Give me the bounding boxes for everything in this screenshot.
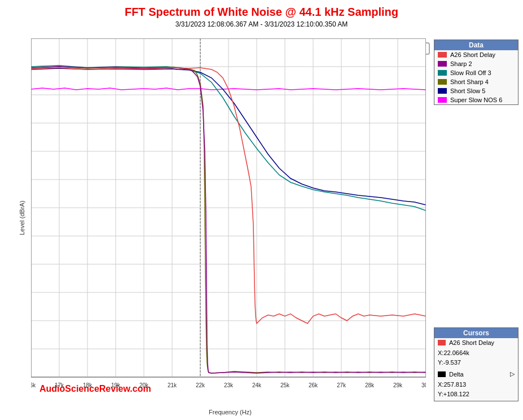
legend-label-5: Short Slow 5 — [450, 88, 485, 94]
cursors-box: Cursors A26 Short Delay X:22.0664k Y:-9.… — [434, 327, 518, 401]
cursor-delta-label: Delta — [449, 371, 464, 378]
legend-item-3: Slow Roll Off 3 — [434, 68, 518, 77]
svg-text:19k: 19k — [111, 382, 121, 388]
legend-color-6 — [438, 97, 447, 103]
legend-title: Data — [434, 40, 518, 50]
x-axis-label: Frequency (Hz) — [209, 409, 252, 415]
chart-container: FFT Spectrum of White Noise @ 44.1 kHz S… — [0, 0, 523, 420]
cursor-delta-color — [438, 371, 446, 377]
svg-text:20k: 20k — [139, 382, 149, 388]
chart-svg: +10 0 -10 -20 -30 -40 -50 -60 -70 -80 -9… — [31, 38, 426, 400]
svg-text:18k: 18k — [83, 382, 93, 388]
legend-item-4: Short Sharp 4 — [434, 77, 518, 86]
cursor-primary-y: Y:-9.537 — [438, 358, 515, 368]
svg-text:26k: 26k — [309, 382, 318, 388]
legend-item-5: Short Slow 5 — [434, 86, 518, 95]
legend-box: Data A26 Short Delay Sharp 2 Slow Roll O… — [434, 40, 518, 105]
svg-text:22k: 22k — [196, 382, 205, 388]
svg-text:17k: 17k — [55, 382, 64, 388]
legend-item-1: A26 Short Delay — [434, 50, 518, 59]
legend-item-6: Super Slow NOS 6 — [434, 95, 518, 104]
delta-triangle-icon: ▷ — [510, 370, 515, 378]
legend-label-6: Super Slow NOS 6 — [450, 97, 502, 103]
legend-label-1: A26 Short Delay — [450, 51, 495, 58]
svg-text:25k: 25k — [280, 382, 290, 388]
cursors-title: Cursors — [434, 328, 518, 338]
cursor-primary-data: X:22.0664k Y:-9.537 — [434, 347, 518, 369]
legend-label-2: Sharp 2 — [450, 60, 472, 67]
svg-text:16k: 16k — [31, 382, 36, 388]
cursor-primary-label: A26 Short Delay — [449, 339, 494, 346]
cursor-delta-data: X:257.813 Y:+108.122 — [434, 379, 518, 401]
svg-text:30k: 30k — [421, 382, 426, 388]
cursor-primary-item: A26 Short Delay — [434, 338, 518, 347]
legend-color-4 — [438, 79, 447, 85]
svg-text:21k: 21k — [168, 382, 177, 388]
chart-subtitle: 3/31/2023 12:08:06.367 AM - 3/31/2023 12… — [0, 20, 523, 28]
svg-text:27k: 27k — [337, 382, 346, 388]
cursor-delta-y: Y:+108.122 — [438, 390, 515, 399]
cursor-primary-x: X:22.0664k — [438, 348, 515, 358]
legend-color-3 — [438, 70, 447, 76]
cursor-delta-x: X:257.813 — [438, 380, 515, 390]
svg-text:23k: 23k — [224, 382, 234, 388]
svg-text:29k: 29k — [393, 382, 403, 388]
chart-title: FFT Spectrum of White Noise @ 44.1 kHz S… — [0, 0, 523, 19]
legend-label-3: Slow Roll Off 3 — [450, 69, 491, 76]
legend-item-2: Sharp 2 — [434, 59, 518, 68]
legend-color-2 — [438, 61, 447, 67]
legend-label-4: Short Sharp 4 — [450, 78, 489, 85]
svg-text:28k: 28k — [365, 382, 375, 388]
legend-color-1 — [438, 52, 447, 58]
cursor-primary-color — [438, 340, 446, 345]
cursor-delta-item: Delta ▷ — [434, 369, 518, 379]
y-axis-label: Level (dBrA) — [19, 200, 25, 235]
svg-text:24k: 24k — [252, 382, 262, 388]
legend-color-5 — [438, 88, 447, 94]
